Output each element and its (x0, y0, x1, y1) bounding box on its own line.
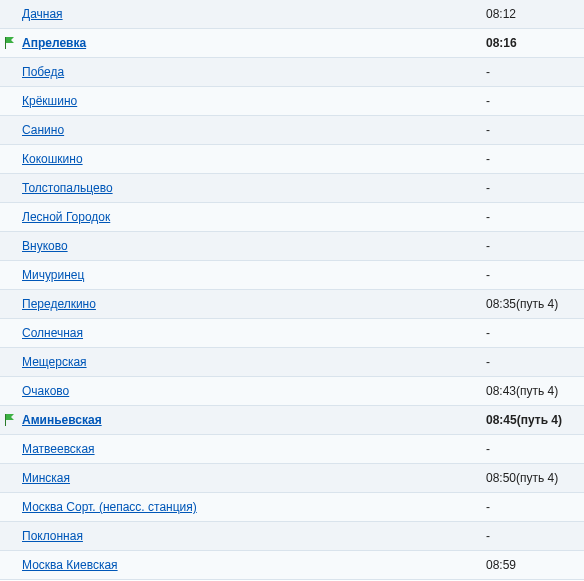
station-link[interactable]: Москва Сорт. (непасс. станция) (22, 500, 197, 514)
station-name-cell: Москва Киевская (18, 558, 486, 572)
time-value: 08:50(путь 4) (486, 471, 558, 485)
time-value: 08:35(путь 4) (486, 297, 558, 311)
time-cell: - (486, 123, 584, 137)
station-name-cell: Внуково (18, 239, 486, 253)
station-name-cell: Кокошкино (18, 152, 486, 166)
station-name-cell: Матвеевская (18, 442, 486, 456)
time-cell: - (486, 210, 584, 224)
time-cell: - (486, 65, 584, 79)
station-link[interactable]: Поклонная (22, 529, 83, 543)
time-cell: - (486, 94, 584, 108)
station-name-cell: Мещерская (18, 355, 486, 369)
time-value: 08:16 (486, 36, 517, 50)
time-value: - (486, 442, 490, 456)
station-link[interactable]: Мичуринец (22, 268, 84, 282)
station-link[interactable]: Внуково (22, 239, 68, 253)
station-link[interactable]: Солнечная (22, 326, 83, 340)
station-row: Победа- (0, 58, 584, 87)
station-name-cell: Аминьевская (18, 413, 486, 427)
flag-icon (5, 37, 15, 49)
time-value: 08:12 (486, 7, 516, 21)
station-link[interactable]: Матвеевская (22, 442, 95, 456)
time-cell: - (486, 152, 584, 166)
station-row: Мичуринец- (0, 261, 584, 290)
station-row: Мещерская- (0, 348, 584, 377)
svg-rect-0 (5, 37, 6, 49)
station-row: Санино- (0, 116, 584, 145)
time-value: - (486, 529, 490, 543)
station-row: Толстопальцево- (0, 174, 584, 203)
station-row: Дачная08:12 (0, 0, 584, 29)
time-value: - (486, 152, 490, 166)
time-cell: - (486, 326, 584, 340)
station-row: Москва Киевская08:59 (0, 551, 584, 580)
time-cell: 08:35(путь 4) (486, 297, 584, 311)
station-name-cell: Москва Сорт. (непасс. станция) (18, 500, 486, 514)
time-value: - (486, 326, 490, 340)
station-row: Солнечная- (0, 319, 584, 348)
time-cell: - (486, 239, 584, 253)
time-cell: 08:12 (486, 7, 584, 21)
station-link[interactable]: Победа (22, 65, 64, 79)
station-name-cell: Победа (18, 65, 486, 79)
station-row: Лесной Городок- (0, 203, 584, 232)
station-row: Аминьевская08:45(путь 4) (0, 406, 584, 435)
time-value: - (486, 123, 490, 137)
station-link[interactable]: Аминьевская (22, 413, 102, 427)
time-value: - (486, 65, 490, 79)
station-link[interactable]: Кокошкино (22, 152, 83, 166)
station-name-cell: Очаково (18, 384, 486, 398)
schedule-table: Дачная08:12Апрелевка08:16Победа-Крёкшино… (0, 0, 584, 580)
station-link[interactable]: Толстопальцево (22, 181, 113, 195)
station-name-cell: Мичуринец (18, 268, 486, 282)
time-cell: - (486, 355, 584, 369)
station-row: Минская08:50(путь 4) (0, 464, 584, 493)
station-name-cell: Санино (18, 123, 486, 137)
station-link[interactable]: Лесной Городок (22, 210, 110, 224)
time-cell: 08:45(путь 4) (486, 413, 584, 427)
time-value: - (486, 239, 490, 253)
time-value: 08:59 (486, 558, 516, 572)
station-link[interactable]: Переделкино (22, 297, 96, 311)
station-link[interactable]: Апрелевка (22, 36, 86, 50)
flag-icon (5, 414, 15, 426)
station-link[interactable]: Мещерская (22, 355, 87, 369)
time-cell: - (486, 500, 584, 514)
time-cell: 08:43(путь 4) (486, 384, 584, 398)
time-value: 08:43(путь 4) (486, 384, 558, 398)
station-name-cell: Апрелевка (18, 36, 486, 50)
station-row: Поклонная- (0, 522, 584, 551)
station-name-cell: Солнечная (18, 326, 486, 340)
time-value: - (486, 210, 490, 224)
time-value: - (486, 94, 490, 108)
time-cell: - (486, 268, 584, 282)
station-link[interactable]: Очаково (22, 384, 69, 398)
time-value: - (486, 268, 490, 282)
station-row: Матвеевская- (0, 435, 584, 464)
time-cell: 08:59 (486, 558, 584, 572)
time-value: 08:45(путь 4) (486, 413, 562, 427)
station-link[interactable]: Дачная (22, 7, 63, 21)
station-row: Апрелевка08:16 (0, 29, 584, 58)
time-value: - (486, 500, 490, 514)
time-value: - (486, 181, 490, 195)
station-link[interactable]: Санино (22, 123, 64, 137)
flag-cell (0, 414, 18, 426)
station-link[interactable]: Минская (22, 471, 70, 485)
station-name-cell: Дачная (18, 7, 486, 21)
time-value: - (486, 355, 490, 369)
station-row: Очаково08:43(путь 4) (0, 377, 584, 406)
station-row: Кокошкино- (0, 145, 584, 174)
svg-rect-1 (5, 414, 6, 426)
station-name-cell: Минская (18, 471, 486, 485)
time-cell: - (486, 529, 584, 543)
time-cell: 08:16 (486, 36, 584, 50)
station-link[interactable]: Крёкшино (22, 94, 77, 108)
station-row: Москва Сорт. (непасс. станция)- (0, 493, 584, 522)
station-link[interactable]: Москва Киевская (22, 558, 118, 572)
time-cell: - (486, 181, 584, 195)
station-name-cell: Крёкшино (18, 94, 486, 108)
flag-cell (0, 37, 18, 49)
station-row: Крёкшино- (0, 87, 584, 116)
station-name-cell: Поклонная (18, 529, 486, 543)
